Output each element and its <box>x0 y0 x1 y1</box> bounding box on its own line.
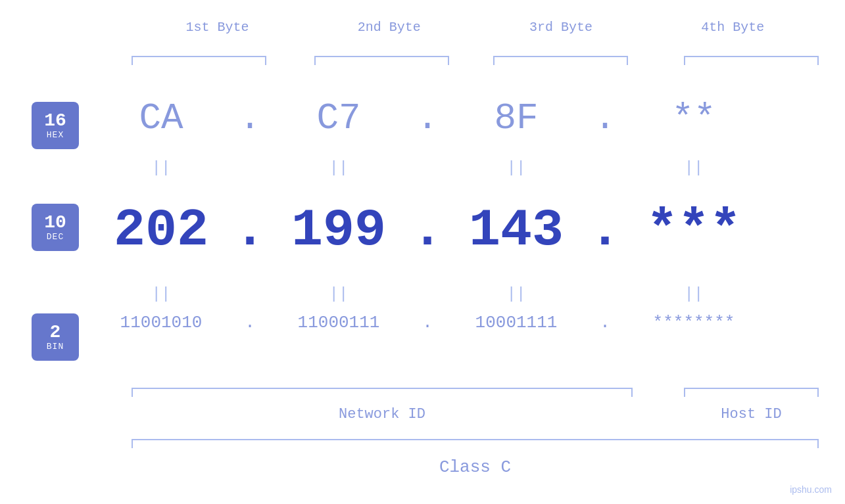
bracket-end-4r <box>817 56 819 65</box>
bin-dot-1: . <box>230 313 270 332</box>
bracket-line-4 <box>684 56 819 57</box>
bin-badge-num: 2 <box>50 323 61 342</box>
host-bracket-line <box>684 388 819 389</box>
network-bracket-right <box>631 388 633 397</box>
hex-dot-3: . <box>585 97 625 139</box>
hex-byte-4: ** <box>625 97 763 139</box>
host-bracket-left <box>684 388 685 397</box>
eq-row-2: || || || || <box>92 285 819 303</box>
bracket-end-3r <box>627 56 628 65</box>
bracket-end-1l <box>132 56 133 65</box>
dec-dot-1: . <box>230 200 270 260</box>
bracket-end-2r <box>448 56 449 65</box>
eq-1-b2: || <box>270 159 408 177</box>
network-id-label: Network ID <box>132 406 633 423</box>
bin-byte-2: 11000111 <box>270 313 408 332</box>
dec-byte-1: 202 <box>92 200 230 260</box>
hex-dot-1: . <box>230 97 270 139</box>
dec-row: 202 . 199 . 143 . *** <box>92 200 819 260</box>
hex-byte-3: 8F <box>447 97 585 139</box>
bin-byte-1: 11001010 <box>92 313 230 332</box>
class-bracket-left <box>132 439 133 448</box>
eq-1-b4: || <box>625 159 763 177</box>
hex-byte-2: C7 <box>270 97 408 139</box>
bracket-line-1 <box>132 56 266 57</box>
dec-byte-3: 143 <box>447 200 585 260</box>
network-bracket-left <box>132 388 133 397</box>
network-bracket-line <box>132 388 633 389</box>
dec-badge-num: 10 <box>44 214 66 232</box>
hex-row: CA . C7 . 8F . ** <box>92 97 819 139</box>
class-c-label: Class C <box>132 457 819 477</box>
dec-byte-4: *** <box>625 200 763 260</box>
watermark: ipshu.com <box>790 484 832 495</box>
col-header-2: 2nd Byte <box>303 20 475 35</box>
column-headers: 1st Byte 2nd Byte 3rd Byte 4th Byte <box>132 20 819 35</box>
bin-dot-3: . <box>585 313 625 332</box>
bin-dot-2: . <box>408 313 447 332</box>
hex-badge-num: 16 <box>44 112 66 130</box>
bin-badge: 2 BIN <box>32 313 79 361</box>
host-id-label: Host ID <box>684 406 819 423</box>
eq-2-b3: || <box>447 285 585 303</box>
bracket-line-3 <box>493 56 628 57</box>
eq-2-b1: || <box>92 285 230 303</box>
hex-byte-1: CA <box>92 97 230 139</box>
dec-badge-label: DEC <box>47 232 64 242</box>
eq-2-b4: || <box>625 285 763 303</box>
host-bracket-right <box>817 388 819 397</box>
class-bracket-line <box>132 439 819 440</box>
dec-dot-2: . <box>408 200 447 260</box>
bracket-end-2l <box>314 56 316 65</box>
hex-badge-label: HEX <box>47 130 64 140</box>
dec-byte-2: 199 <box>270 200 408 260</box>
col-header-1: 1st Byte <box>132 20 303 35</box>
bracket-end-1r <box>265 56 266 65</box>
hex-dot-2: . <box>408 97 447 139</box>
dec-dot-3: . <box>585 200 625 260</box>
eq-row-1: || || || || <box>92 159 819 177</box>
bracket-end-3l <box>493 56 495 65</box>
hex-badge: 16 HEX <box>32 102 79 149</box>
bin-row: 11001010 . 11000111 . 10001111 . *******… <box>92 313 819 332</box>
bin-badge-label: BIN <box>47 342 64 352</box>
col-header-3: 3rd Byte <box>475 20 647 35</box>
eq-1-b3: || <box>447 159 585 177</box>
bracket-line-2 <box>314 56 449 57</box>
dec-badge: 10 DEC <box>32 204 79 251</box>
eq-2-b2: || <box>270 285 408 303</box>
eq-1-b1: || <box>92 159 230 177</box>
bin-byte-4: ******** <box>625 313 763 332</box>
class-bracket-right <box>817 439 819 448</box>
bracket-end-4l <box>684 56 685 65</box>
col-header-4: 4th Byte <box>647 20 819 35</box>
bin-byte-3: 10001111 <box>447 313 585 332</box>
